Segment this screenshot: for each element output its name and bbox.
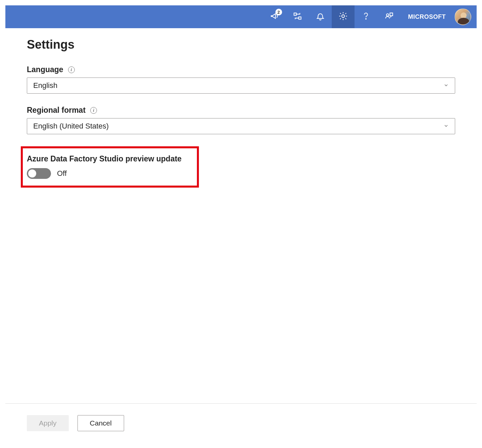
chevron-down-icon: [443, 81, 449, 90]
info-icon[interactable]: i: [90, 107, 97, 114]
app-header: 2: [5, 5, 477, 28]
bell-icon: [316, 11, 325, 22]
pipeline-icon: [293, 11, 302, 22]
language-label-row: Language i: [27, 65, 455, 74]
announcements-button[interactable]: 2: [263, 5, 286, 28]
page-title: Settings: [27, 38, 455, 52]
regional-label-row: Regional format i: [27, 106, 455, 115]
toggle-knob: [28, 169, 36, 178]
preview-toggle-state: Off: [57, 169, 67, 178]
preview-update-label: Azure Data Factory Studio preview update: [27, 154, 181, 163]
svg-point-3: [366, 18, 366, 19]
settings-button[interactable]: [332, 5, 355, 28]
tenant-label: MICROSOFT: [400, 13, 452, 20]
language-value: English: [33, 81, 57, 90]
help-button[interactable]: [355, 5, 377, 28]
regional-value: English (United States): [33, 122, 109, 131]
switch-factory-button[interactable]: [286, 5, 309, 28]
help-icon: [361, 11, 371, 22]
feedback-icon: [384, 11, 393, 22]
preview-highlight: Azure Data Factory Studio preview update…: [21, 146, 199, 188]
feedback-button[interactable]: [377, 5, 400, 28]
announcements-badge: 2: [275, 9, 282, 15]
footer-actions: Apply Cancel: [5, 403, 477, 443]
regional-label: Regional format: [27, 106, 86, 115]
apply-button[interactable]: Apply: [27, 415, 69, 431]
preview-toggle-row: Off: [27, 168, 181, 179]
svg-rect-1: [299, 17, 301, 19]
regional-select[interactable]: English (United States): [27, 118, 455, 134]
chevron-down-icon: [443, 122, 449, 131]
notifications-button[interactable]: [309, 5, 332, 28]
svg-point-4: [386, 14, 389, 16]
cancel-button[interactable]: Cancel: [77, 415, 124, 431]
user-avatar[interactable]: [454, 8, 471, 25]
language-select[interactable]: English: [27, 78, 455, 94]
settings-panel: Settings Language i English Regional for…: [5, 28, 477, 403]
gear-icon: [338, 11, 348, 22]
language-label: Language: [27, 65, 63, 74]
svg-point-2: [341, 15, 344, 17]
svg-rect-0: [294, 13, 296, 15]
info-icon[interactable]: i: [68, 66, 75, 73]
preview-toggle[interactable]: [27, 168, 51, 179]
